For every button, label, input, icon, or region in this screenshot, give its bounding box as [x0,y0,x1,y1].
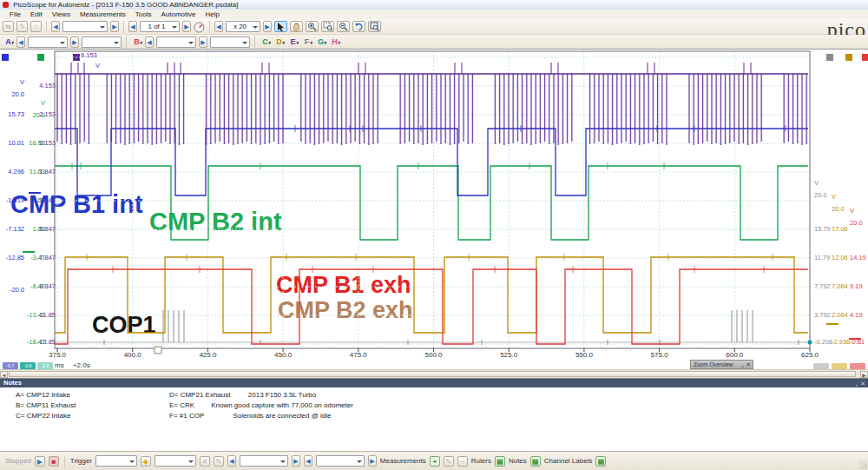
channel-indicator-square[interactable] [862,54,868,61]
gauge-icon[interactable] [194,21,205,32]
channel-button-g[interactable]: G▾ [315,36,326,48]
zoom-in-step-button[interactable]: ▶ [263,21,272,32]
pretrigger-field[interactable] [240,455,288,467]
axis-scale-badge[interactable] [850,363,865,370]
channel-indicator-square[interactable] [826,54,833,61]
delete-measurement-button[interactable]: − [457,456,468,467]
zoom-out-tool-button[interactable] [337,21,350,32]
axis-tick-B: 9.19 [850,282,863,290]
stop-button[interactable]: ■ [49,456,59,467]
timebase-select[interactable] [62,21,108,32]
notes-vehicle-info: 2013 F150 3.5L TurboKnown good capture w… [139,390,425,421]
channel-button-b[interactable]: B▾ [131,36,142,48]
select-tool-button[interactable] [274,21,287,32]
channel-button-d[interactable]: D▾ [273,36,285,48]
channel-label-cmp-b1-exh[interactable]: CMP B1 exh [276,272,411,299]
channel-a-coupling-select[interactable] [82,36,122,48]
channel-label-cop1[interactable]: COP1 [92,312,156,339]
timebase-next-button[interactable]: ▶ [110,21,119,32]
trigger-mode-select[interactable] [95,455,137,467]
zoom-out-step-button[interactable]: ◀ [214,21,223,32]
trigger-advanced-icon[interactable]: ✕ [200,456,210,467]
channel-button-a[interactable]: A▾ [3,36,14,48]
app-icon [3,2,9,8]
zoom-overview-button[interactable] [368,21,381,32]
add-measurement-button[interactable]: + [430,456,440,467]
channel-b-range-down-button[interactable]: ◀ [145,36,154,48]
channel-indicator-square[interactable] [845,54,852,61]
axis-tick-A: 10.01 [8,139,24,147]
posttrigger-increase-button[interactable]: ▶ [368,455,377,467]
trigger-marker-icon[interactable]: ◆ [141,456,151,467]
channel-labels-label: Channel Labels [544,457,593,465]
restore-icon[interactable]: ⌞ [856,381,858,387]
channel-a-range-down-button[interactable]: ◀ [16,36,25,48]
ruler-badge[interactable]: -0.7 [3,362,18,369]
menu-measurements[interactable]: Measurements [80,10,126,18]
channel-button-h[interactable]: H▾ [329,36,340,48]
channel-b-coupling-select[interactable] [210,36,250,48]
channel-a-range-up-button[interactable]: ▶ [70,36,79,48]
page-prev-button[interactable]: ◀ [128,21,137,32]
close-icon[interactable]: ✕ [860,381,865,387]
notes-label: Notes [509,457,527,465]
undo-zoom-button[interactable] [352,21,365,32]
axis-tick-E: -7.847 [37,254,56,261]
channel-label-cmp-b2-int[interactable]: CMP B2 int [149,208,282,236]
axis-scale-badge[interactable] [813,363,829,370]
channel-b-range-select[interactable] [156,36,196,48]
rulers-button[interactable]: ▤ [495,456,505,467]
axis-tick-F: 3.792 [814,311,831,319]
posttrigger-decrease-button[interactable]: ◀ [304,455,312,467]
posttrigger-field[interactable] [316,455,365,467]
rulers-label: Rulers [471,457,491,465]
menu-tools[interactable]: Tools [135,10,152,18]
axis-tick-E: 2.153 [39,110,56,118]
trigger-settings-icon[interactable]: ✎ [214,456,224,467]
status-separator [64,455,65,467]
notes-panel-header[interactable]: Notes ⌞ ✕ [0,379,868,387]
notes-button[interactable]: ▤ [530,456,541,467]
toolbar-separator [254,36,255,48]
menu-edit[interactable]: Edit [30,10,43,18]
channel-button-c[interactable]: C▾ [260,36,271,48]
marquee-zoom-tool-button[interactable] [321,21,334,32]
axis-tick-F: 20.0 [814,191,827,199]
axis-tick-A: -12.85 [6,254,24,261]
channel-button-e[interactable]: E▾ [287,36,299,48]
channel-button-f[interactable]: F▾ [301,36,312,48]
axis-scale-badge[interactable] [832,363,847,370]
capture-state-label: Stopped [5,457,31,465]
play-button[interactable]: ▶ [35,456,45,467]
channel-indicator-square[interactable] [2,54,9,61]
channel-label-cmp-b2-exh[interactable]: CMP B2 exh [278,297,413,324]
channel-b-range-up-button[interactable]: ▶ [199,36,207,48]
page-next-button[interactable]: ▶ [182,21,191,32]
edit-icon[interactable]: ✎ [16,21,28,32]
menu-views[interactable]: Views [52,10,70,18]
pretrigger-increase-button[interactable]: ▶ [292,455,300,467]
hand-tool-button[interactable] [290,21,303,32]
home-icon[interactable]: ⌂ [30,21,42,32]
pretrigger-decrease-button[interactable]: ◀ [227,455,236,467]
menu-automotive[interactable]: Automotive [161,10,196,18]
time-axis-tick-label: 550.0 [575,351,593,359]
ruler-badge[interactable]: -0.8 [20,362,36,369]
timebase-prev-button[interactable]: ◀ [51,21,60,32]
channel-labels-button[interactable]: ▤ [595,456,606,467]
channel-label-cmp-b1-int[interactable]: CMP B1 int [10,190,143,219]
trigger-label: Trigger [70,457,92,465]
trigger-channel-select[interactable] [155,455,196,467]
channel-a-range-select[interactable] [28,36,68,48]
channel-indicator-square[interactable] [37,54,44,61]
menu-help[interactable]: Help [206,10,220,18]
zoom-factor-indicator[interactable]: x 20 [226,21,260,32]
ruler-badge[interactable]: -2.5 [37,362,53,369]
axis-tick-D: 7.064 [832,282,848,290]
channel-indicator-square[interactable] [73,54,80,61]
menu-file[interactable]: File [10,10,21,18]
edit-measurement-button[interactable]: ✎ [444,456,454,467]
zoom-in-tool-button[interactable] [306,21,319,32]
resize-grip[interactable] [858,460,867,469]
connect-device-icon[interactable]: ⇆ [3,21,14,32]
